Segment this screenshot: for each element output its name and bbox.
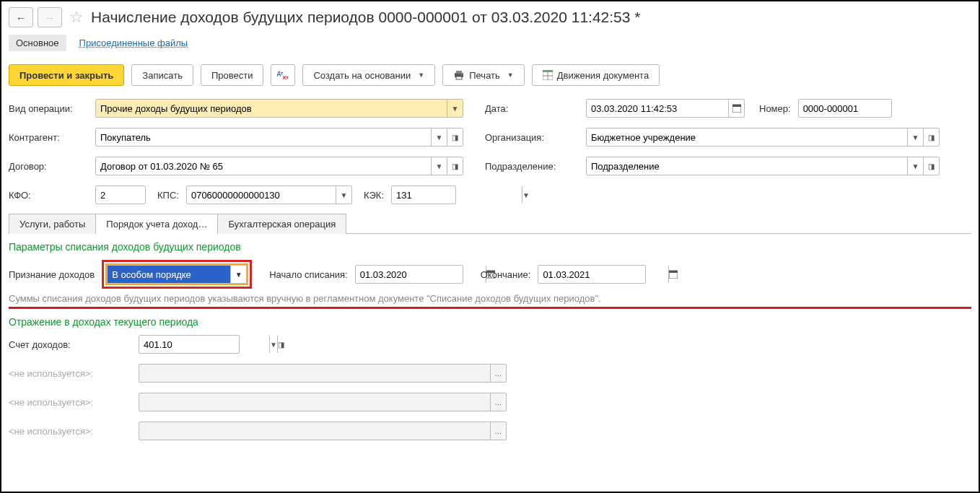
date-label: Дата: — [485, 103, 579, 114]
unused-label-1: <не используется>: — [9, 368, 131, 379]
table-icon — [543, 70, 553, 80]
create-based-on-button[interactable]: Создать на основании▼ — [302, 64, 435, 86]
svg-text:Кт: Кт — [283, 75, 289, 80]
contract-label: Договор: — [9, 161, 88, 172]
open-icon[interactable]: ◨ — [923, 128, 939, 146]
kek-label: КЭК: — [364, 190, 384, 201]
ellipsis-icon[interactable]: … — [490, 365, 506, 382]
contractor-label: Контрагент: — [9, 132, 88, 143]
dropdown-icon[interactable]: ▼ — [431, 128, 447, 146]
open-icon[interactable]: ◨ — [277, 336, 284, 353]
current-period-section-title: Отражение в доходах текущего периода — [9, 316, 971, 328]
org-field[interactable]: ▼ ◨ — [586, 128, 940, 147]
unused-field-2: … — [139, 393, 507, 411]
end-date-field[interactable] — [538, 265, 646, 284]
dept-field[interactable]: ▼ ◨ — [586, 157, 940, 175]
chevron-down-icon: ▼ — [507, 71, 514, 79]
dept-label: Подразделение: — [485, 161, 579, 172]
dropdown-icon[interactable]: ▼ — [269, 336, 277, 353]
recognition-value: В особом порядке — [108, 266, 230, 283]
income-account-field[interactable]: ▼ ◨ — [139, 335, 240, 354]
manual-writeoff-note: Суммы списания доходов будущих периодов … — [9, 293, 971, 309]
dropdown-icon[interactable]: ▼ — [522, 186, 530, 204]
nav-forward-button[interactable]: → — [38, 7, 62, 27]
unused-field-3: … — [139, 422, 507, 440]
org-label: Организация: — [485, 132, 579, 143]
dropdown-icon[interactable]: ▼ — [907, 128, 923, 146]
dtkt-button[interactable]: ДтКт — [271, 64, 295, 86]
start-date-input[interactable] — [356, 266, 486, 283]
dropdown-icon[interactable]: ▼ — [447, 100, 463, 117]
subnav-files[interactable]: Присоединенные файлы — [79, 38, 188, 48]
org-input[interactable] — [587, 128, 907, 146]
open-icon[interactable]: ◨ — [447, 128, 463, 146]
number-field[interactable] — [798, 99, 892, 118]
unused-label-3: <не используется>: — [9, 426, 131, 437]
start-date-field[interactable] — [355, 265, 463, 284]
dtkt-icon: ДтКт — [277, 70, 289, 80]
number-input[interactable] — [799, 100, 929, 117]
kek-field[interactable]: ▼ — [391, 186, 456, 204]
tab-accounting-op[interactable]: Бухгалтерская операция — [217, 214, 346, 234]
calendar-icon[interactable] — [668, 266, 678, 283]
post-and-close-button[interactable]: Провести и закрыть — [9, 64, 124, 86]
end-date-input[interactable] — [538, 266, 668, 283]
kfo-field[interactable]: ▼ — [95, 186, 146, 204]
ellipsis-icon[interactable]: … — [490, 422, 506, 440]
number-label: Номер: — [759, 103, 791, 114]
op-type-label: Вид операции: — [9, 103, 88, 114]
contract-input[interactable] — [96, 157, 431, 175]
dept-input[interactable] — [587, 157, 907, 175]
open-icon[interactable]: ◨ — [923, 157, 939, 175]
favorite-star-icon[interactable]: ☆ — [69, 8, 84, 27]
tab-services[interactable]: Услуги, работы — [9, 214, 96, 234]
tab-income-order[interactable]: Порядок учета доход… — [95, 214, 218, 234]
income-account-label: Счет доходов: — [9, 339, 131, 350]
document-movements-button[interactable]: Движения документа — [532, 64, 660, 86]
ellipsis-icon[interactable]: … — [490, 393, 506, 411]
chevron-down-icon: ▼ — [418, 71, 424, 79]
income-account-input[interactable] — [139, 336, 269, 353]
recognition-highlight: В особом порядке ▼ — [102, 260, 252, 289]
params-section-title: Параметры списания доходов будущих перио… — [9, 241, 971, 253]
svg-rect-15 — [669, 271, 678, 273]
dropdown-icon[interactable]: ▼ — [907, 157, 923, 175]
recognition-field[interactable]: В особом порядке ▼ — [107, 265, 247, 284]
kps-label: КПС: — [157, 190, 179, 201]
print-button[interactable]: Печать▼ — [442, 64, 525, 86]
date-field[interactable] — [586, 99, 745, 118]
dropdown-icon[interactable]: ▼ — [230, 266, 246, 283]
dropdown-icon[interactable]: ▼ — [431, 157, 447, 175]
contractor-input[interactable] — [96, 128, 431, 146]
kek-input[interactable] — [392, 186, 522, 204]
op-type-field[interactable]: ▼ — [95, 99, 463, 118]
op-type-input[interactable] — [96, 100, 447, 117]
post-button[interactable]: Провести — [201, 64, 264, 86]
end-date-label: Окончание: — [481, 269, 531, 280]
svg-point-5 — [461, 74, 463, 75]
kps-input[interactable] — [187, 186, 336, 204]
kps-field[interactable]: ▼ — [186, 186, 352, 204]
page-title: Начисление доходов будущих периодов 0000… — [91, 9, 640, 26]
unused-label-2: <не используется>: — [9, 397, 131, 408]
dropdown-icon[interactable]: ▼ — [336, 186, 351, 204]
date-input[interactable] — [587, 100, 728, 117]
kfo-label: КФО: — [9, 190, 88, 201]
printer-icon — [453, 70, 465, 80]
nav-back-button[interactable]: ← — [9, 7, 33, 27]
open-icon[interactable]: ◨ — [447, 157, 463, 175]
calendar-icon[interactable] — [728, 100, 744, 117]
svg-rect-4 — [456, 77, 462, 79]
contractor-field[interactable]: ▼ ◨ — [95, 128, 463, 147]
start-date-label: Начало списания: — [269, 269, 348, 280]
contract-field[interactable]: ▼ ◨ — [95, 157, 463, 175]
recognition-label: Признание доходов — [9, 269, 95, 280]
svg-rect-3 — [456, 71, 462, 74]
save-button[interactable]: Записать — [131, 64, 193, 86]
subnav-main[interactable]: Основное — [9, 35, 66, 51]
unused-field-1: … — [139, 364, 507, 383]
svg-rect-11 — [732, 105, 741, 107]
